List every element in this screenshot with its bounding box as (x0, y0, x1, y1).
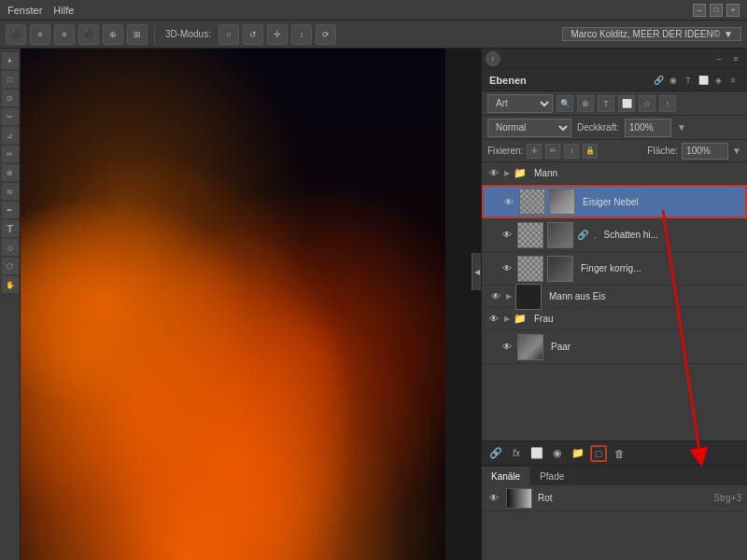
paar-visibility[interactable]: 👁 (500, 341, 514, 354)
tool-btn-3[interactable]: ≡ (54, 24, 75, 45)
bottom-new-layer-icon[interactable]: □ (590, 445, 607, 462)
finger-visibility[interactable]: 👁 (500, 262, 514, 275)
panel-filter-icon[interactable]: ◈ (712, 74, 725, 87)
profile-chevron-icon: ▼ (724, 29, 733, 39)
fix-icon-4[interactable]: 🔒 (583, 144, 598, 159)
tool-3d[interactable]: ⬡ (2, 258, 19, 274)
tool-lasso[interactable]: ⊙ (2, 90, 19, 106)
tool-btn-6[interactable]: ⊞ (127, 24, 148, 45)
profile-dropdown[interactable]: Marco Kolditz, MEER DER IDEEN© ▼ (562, 27, 741, 41)
frau-folder-icon: 📁 (514, 313, 527, 325)
tool-crop[interactable]: ✂ (2, 108, 19, 125)
panel-link-icon[interactable]: 🔗 (652, 74, 665, 87)
tab-pfade[interactable]: Pfade (530, 467, 574, 485)
kanal-rot-visibility[interactable]: 👁 (487, 492, 500, 505)
layer-schatten[interactable]: 👁 🔗 , Schatten hi... (482, 218, 747, 252)
channels-tabs: Kanäle Pfade (482, 465, 747, 485)
paar-name: Paar (551, 342, 741, 352)
menu-fenster[interactable]: Fenster (7, 5, 42, 16)
tool-btn-2[interactable]: ≡ (30, 24, 50, 45)
search-btn-5[interactable]: ☆ (639, 95, 655, 112)
schatten-visibility[interactable]: 👁 (500, 229, 514, 242)
panel-minimize-icon[interactable]: – (712, 51, 726, 66)
tool-btn-4[interactable]: ⬛ (78, 24, 99, 45)
bottom-adjust-icon[interactable]: ◉ (549, 445, 566, 462)
tool-move[interactable]: ✦ (2, 52, 19, 69)
tool-select[interactable]: □ (2, 71, 19, 88)
tool-clone[interactable]: ⊕ (2, 164, 19, 181)
tool-btn-5[interactable]: ⊕ (103, 24, 123, 45)
search-btn-3[interactable]: T (598, 95, 614, 112)
layer-mann-eis[interactable]: 👁 ▶ Mann aus Eis (482, 286, 747, 308)
maximize-btn[interactable]: □ (710, 4, 723, 17)
fix-icon-1[interactable]: ✛ (527, 144, 542, 159)
tool-fx[interactable]: fx (2, 183, 19, 200)
bottom-delete-icon[interactable]: 🗑 (611, 445, 627, 462)
opacity-arrow[interactable]: ▼ (677, 122, 686, 133)
fix-icon-3[interactable]: ↕ (564, 144, 579, 159)
tool-type[interactable]: T (2, 220, 19, 237)
tab-kanale[interactable]: Kanäle (482, 467, 530, 485)
panel-menu-icon[interactable]: ≡ (728, 51, 743, 66)
manneis-arrow[interactable]: ▶ (506, 292, 512, 301)
blend-mode-dropdown[interactable]: Normal (487, 119, 571, 137)
fix-icon-2[interactable]: ✏ (545, 144, 560, 159)
bottom-fx-icon[interactable]: fx (508, 445, 525, 462)
layer-eisiger-nebel[interactable]: 👁 Eisiger Nebel (482, 185, 747, 218)
tool-eyedrop[interactable]: ⊿ (2, 127, 19, 144)
3d-btn-3[interactable]: ✛ (267, 24, 288, 45)
minimize-btn[interactable]: – (693, 4, 706, 17)
frau-arrow[interactable]: ▶ (504, 315, 510, 323)
bottom-mask-icon[interactable]: ⬜ (529, 445, 545, 462)
opacity-input[interactable] (625, 119, 671, 137)
schatten-thumb-mask (517, 222, 543, 248)
panel-type-icon[interactable]: T (682, 74, 695, 87)
profile-name: Marco Kolditz, MEER DER IDEEN© (571, 29, 720, 39)
schatten-chain: 🔗 (577, 230, 588, 240)
panel-adjust-icon[interactable]: ◉ (667, 74, 680, 87)
search-btn-1[interactable]: 🔍 (557, 95, 573, 112)
flache-arrow[interactable]: ▼ (732, 146, 741, 156)
menu-hilfe[interactable]: Hilfe (53, 5, 74, 16)
mann-arrow[interactable]: ▶ (504, 169, 510, 177)
schatten-dot: , (594, 231, 597, 240)
tool-path[interactable]: ◇ (2, 239, 19, 256)
panel-mask-icon[interactable]: ⬜ (697, 74, 710, 87)
layer-group-frau[interactable]: 👁 ▶ 📁 Frau (482, 308, 747, 330)
tool-hand[interactable]: ✋ (2, 276, 19, 293)
art-dropdown[interactable]: Art (487, 94, 553, 113)
kanal-rot-row[interactable]: 👁 Rot Strg+3 (482, 485, 747, 511)
info-icon[interactable]: i (486, 51, 500, 66)
close-btn[interactable]: × (726, 4, 740, 17)
flache-input[interactable] (682, 143, 728, 160)
frau-visibility[interactable]: 👁 (487, 313, 500, 326)
3d-btn-1[interactable]: ○ (218, 24, 239, 45)
canvas-image (21, 49, 445, 560)
panel-icons-top: i – ≡ (482, 49, 747, 69)
tool-btn-1[interactable]: ⬛ (6, 24, 26, 45)
layer-paar[interactable]: 👁 Paar (482, 330, 747, 364)
search-btn-4[interactable]: ⬜ (618, 95, 635, 112)
bottom-folder-icon[interactable]: 📁 (570, 445, 586, 462)
panel-collapse-btn[interactable]: ◀ (472, 253, 481, 290)
layer-finger[interactable]: 👁 Finger korrig... (482, 252, 747, 286)
search-btn-6[interactable]: ↑ (659, 95, 676, 112)
tool-brush[interactable]: ✏ (2, 146, 19, 162)
manneis-visibility[interactable]: 👁 (489, 290, 502, 303)
kanale-panel: 👁 Rot Strg+3 (482, 485, 747, 560)
3d-btn-4[interactable]: ↕ (291, 24, 312, 45)
panel-title-icons: 🔗 ◉ T ⬜ ◈ ≡ (652, 74, 740, 87)
bottom-link-icon[interactable]: 🔗 (487, 445, 504, 462)
manneis-name: Mann aus Eis (549, 291, 741, 301)
search-btn-2[interactable]: ⊕ (577, 95, 594, 112)
schatten-name: Schatten hi... (604, 230, 741, 240)
panel-options-icon[interactable]: ≡ (726, 74, 740, 87)
3d-btn-5[interactable]: ⟳ (316, 24, 336, 45)
3d-btn-2[interactable]: ↺ (243, 24, 263, 45)
layer-group-mann[interactable]: 👁 ▶ 📁 Mann (482, 162, 747, 185)
tool-pen[interactable]: ✒ (2, 202, 19, 218)
eisiger-visibility[interactable]: 👁 (502, 195, 515, 208)
mann-visibility[interactable]: 👁 (487, 167, 500, 180)
blend-row: Normal Deckkraft: ▼ (482, 116, 747, 140)
finger-thumb-main (547, 256, 573, 282)
